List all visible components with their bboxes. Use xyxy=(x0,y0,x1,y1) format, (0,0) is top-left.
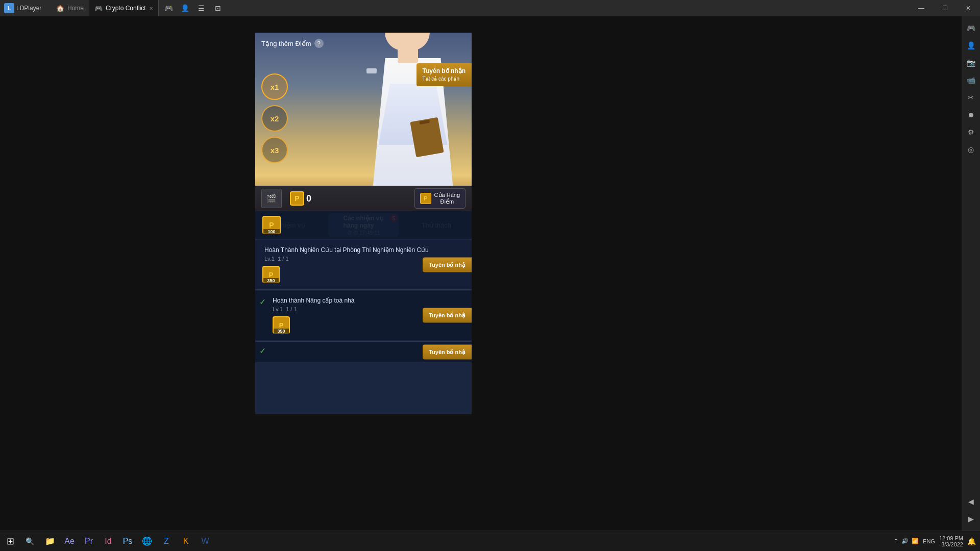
taskbar-icon-explorer[interactable]: 📁 xyxy=(41,532,59,550)
game-header: Tặng thêm Điểm ? x1 x2 x3 xyxy=(255,33,472,211)
multiplier-x3-button[interactable]: x3 xyxy=(261,137,288,163)
network-icon[interactable]: 📶 xyxy=(912,538,919,544)
clipboard-clip xyxy=(419,120,430,124)
taskbar-app-icons: 📁 Ae Pr Id Ps 🌐 Z K W xyxy=(41,532,214,550)
taskbar: ⊞ 🔍 📁 Ae Pr Id Ps 🌐 Z K W ⌃ 🔊 📶 ENG 12:0… xyxy=(0,531,980,551)
taskbar-sys-icons: ⌃ 🔊 📶 xyxy=(894,538,919,544)
quest-building-claim-button[interactable]: Tuyên bố nhậ xyxy=(423,308,472,323)
gamepad-icon[interactable]: 🎮 xyxy=(162,1,176,15)
titlebar: L LDPlayer 🏠 Home 🎮 Crypto Conflict ✕ 🎮 … xyxy=(0,0,980,16)
tuyen-bo-label: Tuyên bố nhận xyxy=(423,67,465,76)
quest-building-check: ✓ xyxy=(259,297,266,307)
quest-building-coin-value: 350 xyxy=(274,329,289,334)
taskbar-icon-ae[interactable]: Ae xyxy=(60,532,79,550)
titlebar-side-icons: 🎮 👤 ☰ ⊡ xyxy=(159,1,228,15)
quest-partial-check: ✓ xyxy=(259,346,266,356)
taskbar-icon-klok[interactable]: K xyxy=(177,532,195,550)
home-icon: 🏠 xyxy=(56,5,64,12)
clock-time: 12:09 PM xyxy=(939,535,963,541)
coin-icon: P xyxy=(290,191,304,206)
close-button[interactable]: ✕ xyxy=(957,0,980,16)
quest-building-title: Hoàn thành Nâng cấp toà nhà xyxy=(262,297,464,304)
notification-icon[interactable]: 🔔 xyxy=(967,537,976,545)
store-label: Cửa Hàng Điểm xyxy=(434,192,460,205)
sidebar-bottom: ◀ ▶ xyxy=(963,494,978,527)
main-area: Tặng thêm Điểm ? x1 x2 x3 xyxy=(0,16,962,531)
taskbar-right: ⌃ 🔊 📶 ENG 12:09 PM 3/3/2022 🔔 xyxy=(894,535,980,547)
taskbar-icon-chrome[interactable]: 🌐 xyxy=(138,532,156,550)
help-icon[interactable]: ? xyxy=(314,39,324,48)
character-display xyxy=(344,33,472,186)
tab-active-label: Crypto Conflict xyxy=(106,5,146,12)
volume-icon[interactable]: 🔊 xyxy=(901,538,909,544)
quest-item-partial: ✓ Tuyên bố nhậ xyxy=(255,341,472,362)
character-head xyxy=(385,33,430,51)
chevron-up-icon[interactable]: ⌃ xyxy=(894,538,898,544)
quest-research-claim-button[interactable]: Tuyên bố nhậ xyxy=(423,258,472,272)
video-icon: 🎬 xyxy=(266,194,277,204)
sidebar-icon-user[interactable]: 👤 xyxy=(963,38,978,53)
add-points-label: Tặng thêm Điểm xyxy=(261,40,311,47)
quest-item-building: ✓ Hoàn thành Nâng cấp toà nhà Lv.1 1 / 1… xyxy=(255,291,472,340)
titlebar-left: L LDPlayer 🏠 Home 🎮 Crypto Conflict ✕ xyxy=(0,0,159,16)
taskbar-icon-word[interactable]: W xyxy=(196,532,214,550)
character-epaulette-right xyxy=(366,68,377,73)
app-logo-icon: L xyxy=(4,3,14,13)
first-item-coin-icon: P 100 xyxy=(262,216,281,234)
quest-research-coin-icon: P 350 xyxy=(262,266,280,283)
start-button[interactable]: ⊞ xyxy=(0,531,20,552)
game-icon: 🎮 xyxy=(94,5,103,12)
tab-close-button[interactable]: ✕ xyxy=(149,6,153,11)
tab-home-label: Home xyxy=(67,5,84,12)
multiplier-x2-button[interactable]: x2 xyxy=(261,105,288,132)
store-button[interactable]: P Cửa Hàng Điểm xyxy=(414,188,465,209)
coin-section: P 0 xyxy=(290,191,311,206)
taskbar-icon-id[interactable]: Id xyxy=(99,532,117,550)
quest-partial-claim-button[interactable]: Tuyên bố nhậ xyxy=(423,344,472,359)
maximize-button[interactable]: ☐ xyxy=(933,0,957,16)
multiplier-x1-button[interactable]: x1 xyxy=(261,73,288,100)
sidebar-icon-screenshot[interactable]: 📷 xyxy=(963,55,978,70)
user-icon[interactable]: 👤 xyxy=(178,1,192,15)
header-bottom-bar: 🎬 P 0 P Cửa Hàng Điểm xyxy=(255,186,472,211)
app-logo: L LDPlayer xyxy=(0,0,51,16)
character-clipboard xyxy=(410,117,444,157)
quest-item-research: Hoàn Thành Nghiên Cứu tại Phòng Thí Nghi… xyxy=(255,240,472,290)
taskbar-icon-zoom[interactable]: Z xyxy=(157,532,176,550)
game-window: Tặng thêm Điểm ? x1 x2 x3 xyxy=(255,33,472,414)
taskbar-icon-ps[interactable]: Ps xyxy=(118,532,137,550)
quest-list: Hoàn Thành Nghiên Cứu tại Phòng Thí Nghi… xyxy=(255,239,472,414)
language-indicator[interactable]: ENG xyxy=(923,538,935,544)
first-quest-item: P 100 xyxy=(255,211,472,239)
quest-research-coin-value: 350 xyxy=(263,278,279,283)
clock-date: 3/3/2022 xyxy=(939,541,963,547)
titlebar-controls: — ☐ ✕ xyxy=(910,0,980,16)
sidebar-icon-settings[interactable]: ⚙ xyxy=(963,124,978,140)
multiplier-buttons: x1 x2 x3 xyxy=(261,73,288,163)
tat-ca-label: Tất cả các phần xyxy=(423,76,465,82)
app-name: LDPlayer xyxy=(16,5,41,12)
sidebar-icon-cut[interactable]: ✂ xyxy=(963,90,978,105)
search-button[interactable]: 🔍 xyxy=(20,532,39,550)
sidebar-icon-arrow-left[interactable]: ◀ xyxy=(963,494,978,509)
video-button[interactable]: 🎬 xyxy=(261,189,282,208)
fullscreen-icon[interactable]: ⊡ xyxy=(211,1,225,15)
first-item-value: 100 xyxy=(263,229,280,234)
sidebar-icon-circle[interactable]: ◎ xyxy=(963,142,978,157)
add-points-section: Tặng thêm Điểm ? xyxy=(261,39,324,48)
taskbar-icon-premiere[interactable]: Pr xyxy=(80,532,98,550)
sidebar-icon-record[interactable]: ⏺ xyxy=(963,107,978,122)
sidebar-icon-camera[interactable]: 📹 xyxy=(963,72,978,88)
tuyen-bo-header-button[interactable]: Tuyên bố nhận Tất cả các phần xyxy=(416,63,472,86)
sidebar-icon-arrow-right[interactable]: ▶ xyxy=(963,511,978,527)
quest-research-title: Hoàn Thành Nghiên Cứu tại Phòng Thí Nghi… xyxy=(262,246,464,254)
minimize-button[interactable]: — xyxy=(910,0,933,16)
sidebar-icon-gamepad[interactable]: 🎮 xyxy=(963,20,978,36)
tab-home[interactable]: 🏠 Home xyxy=(51,0,89,16)
quest-building-coin-icon: P 350 xyxy=(273,316,290,334)
tab-crypto-conflict[interactable]: 🎮 Crypto Conflict ✕ xyxy=(89,0,159,16)
taskbar-clock: 12:09 PM 3/3/2022 xyxy=(939,535,963,547)
coin-value: 0 xyxy=(306,193,311,204)
right-sidebar: 🎮 👤 📷 📹 ✂ ⏺ ⚙ ◎ ◀ ▶ xyxy=(962,16,980,531)
menu-icon[interactable]: ☰ xyxy=(194,1,209,15)
